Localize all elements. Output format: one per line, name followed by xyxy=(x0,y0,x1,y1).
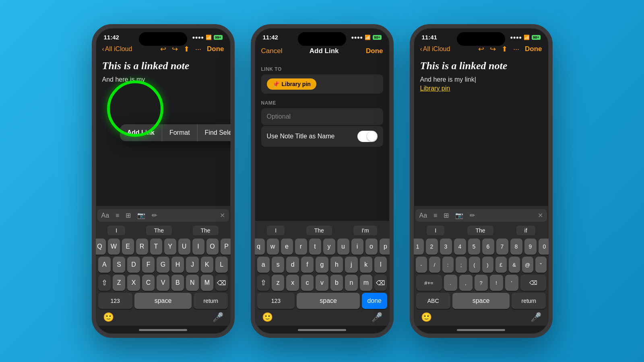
suggestion-3[interactable]: The xyxy=(193,226,219,235)
key-v[interactable]: V xyxy=(157,275,169,291)
font-icon[interactable]: Aa xyxy=(101,212,109,219)
key-l[interactable]: L xyxy=(215,257,228,273)
key-pound[interactable]: £ xyxy=(495,257,507,273)
space-key-3[interactable]: space xyxy=(452,293,510,309)
key-0[interactable]: 0 xyxy=(539,239,551,255)
key-t[interactable]: T xyxy=(150,239,162,255)
key-2-t[interactable]: t xyxy=(309,239,321,255)
key-colon[interactable]: : xyxy=(442,257,454,273)
key-semicolon[interactable]: ; xyxy=(456,257,467,273)
key-2-r[interactable]: r xyxy=(295,239,307,255)
key-quote[interactable]: " xyxy=(535,257,547,273)
key-j[interactable]: J xyxy=(186,257,198,273)
return-key[interactable]: return xyxy=(194,293,228,309)
key-2-m[interactable]: m xyxy=(360,275,372,291)
key-6[interactable]: 6 xyxy=(482,239,494,255)
key-g[interactable]: G xyxy=(157,257,169,273)
key-m[interactable]: M xyxy=(201,275,213,291)
space-key[interactable]: space xyxy=(134,293,192,309)
key-e[interactable]: E xyxy=(122,239,134,255)
key-9[interactable]: 9 xyxy=(524,239,537,255)
key-period[interactable]: . xyxy=(444,275,457,291)
done-button-1[interactable]: Done xyxy=(207,45,224,53)
font-icon-3[interactable]: Aa xyxy=(419,212,427,219)
done-key-2[interactable]: done xyxy=(362,293,387,309)
close-keyboard-icon[interactable]: ✕ xyxy=(220,212,225,219)
numbers-key-2[interactable]: 123 xyxy=(257,293,295,309)
pencil-icon[interactable]: ✏ xyxy=(152,212,157,219)
key-at[interactable]: @ xyxy=(522,257,533,273)
key-h[interactable]: H xyxy=(171,257,184,273)
abc-key[interactable]: ABC xyxy=(416,293,450,309)
list-icon-3[interactable]: ≡ xyxy=(433,212,437,219)
share-icon-3[interactable]: ⬆ xyxy=(502,45,508,53)
note-link[interactable]: Library pin xyxy=(420,85,542,92)
camera-icon-3[interactable]: 📷 xyxy=(455,212,463,219)
key-2[interactable]: 2 xyxy=(426,239,438,255)
key-apostrophe[interactable]: ' xyxy=(505,275,518,291)
suggestion-2[interactable]: The xyxy=(146,226,172,235)
undo-icon-1[interactable]: ↩ xyxy=(160,45,166,53)
key-2-n[interactable]: n xyxy=(345,275,357,291)
key-2-y[interactable]: y xyxy=(323,239,335,255)
key-c[interactable]: C xyxy=(142,275,155,291)
numbers-key[interactable]: 123 xyxy=(98,293,132,309)
emoji-icon-3[interactable]: 🙂 xyxy=(421,312,432,323)
key-2-a[interactable]: a xyxy=(257,257,270,273)
key-2-u[interactable]: u xyxy=(337,239,349,255)
use-title-toggle[interactable] xyxy=(357,131,378,142)
key-2-z[interactable]: z xyxy=(272,275,284,291)
key-i[interactable]: I xyxy=(192,239,204,255)
suggestion-3-1[interactable]: I xyxy=(427,226,444,235)
key-2-o[interactable]: o xyxy=(365,239,378,255)
name-input-field[interactable]: Optional xyxy=(261,108,383,125)
key-question[interactable]: ? xyxy=(475,275,488,291)
key-2-j[interactable]: j xyxy=(345,257,357,273)
context-find[interactable]: Find Selection xyxy=(198,124,231,141)
key-oparen[interactable]: ( xyxy=(469,257,480,273)
shift-key-2[interactable]: ⇧ xyxy=(257,275,270,291)
key-x[interactable]: X xyxy=(127,275,140,291)
key-minus[interactable]: - xyxy=(416,257,427,273)
suggestion-2-3[interactable]: I'm xyxy=(353,226,377,235)
key-a[interactable]: A xyxy=(98,257,111,273)
key-2-w[interactable]: w xyxy=(267,239,279,255)
key-2-l[interactable]: l xyxy=(374,257,387,273)
key-3[interactable]: 3 xyxy=(440,239,452,255)
key-cparen[interactable]: ) xyxy=(482,257,493,273)
cancel-button[interactable]: Cancel xyxy=(261,47,283,55)
mic-icon-3[interactable]: 🎤 xyxy=(530,312,541,323)
key-q[interactable]: Q xyxy=(94,239,106,255)
key-f[interactable]: F xyxy=(142,257,155,273)
link-to-pill[interactable]: 📌 Library pin xyxy=(267,78,316,90)
emoji-icon-2[interactable]: 🙂 xyxy=(262,312,273,323)
key-amp[interactable]: & xyxy=(509,257,520,273)
undo-icon-3[interactable]: ↩ xyxy=(478,45,484,53)
table-icon-3[interactable]: ⊞ xyxy=(444,212,449,219)
back-button-3[interactable]: ‹ All iCloud xyxy=(420,45,450,53)
redo-icon-3[interactable]: ↪ xyxy=(490,45,496,53)
shift-key[interactable]: ⇧ xyxy=(98,275,111,291)
key-k[interactable]: K xyxy=(201,257,213,273)
key-u[interactable]: U xyxy=(178,239,190,255)
key-2-v[interactable]: v xyxy=(316,275,328,291)
key-4[interactable]: 4 xyxy=(454,239,466,255)
suggestion-2-2[interactable]: The xyxy=(306,226,332,235)
camera-icon[interactable]: 📷 xyxy=(137,212,145,219)
key-exclaim[interactable]: ! xyxy=(490,275,503,291)
key-2-k[interactable]: k xyxy=(360,257,372,273)
more-icon-1[interactable]: ··· xyxy=(195,45,201,53)
key-2-e[interactable]: e xyxy=(281,239,293,255)
mic-icon-1[interactable]: 🎤 xyxy=(213,312,223,323)
back-button-1[interactable]: ‹ All iCloud xyxy=(102,45,132,53)
emoji-icon-1[interactable]: 🙂 xyxy=(103,312,114,323)
key-z[interactable]: Z xyxy=(113,275,125,291)
list-icon[interactable]: ≡ xyxy=(116,212,119,219)
key-2-g[interactable]: g xyxy=(316,257,328,273)
more-icon-3[interactable]: ··· xyxy=(513,45,519,53)
pencil-icon-3[interactable]: ✏ xyxy=(470,212,475,219)
backspace-key-2[interactable]: ⌫ xyxy=(374,275,387,291)
key-2-i[interactable]: i xyxy=(351,239,363,255)
key-s[interactable]: S xyxy=(113,257,125,273)
key-comma[interactable]: , xyxy=(459,275,473,291)
